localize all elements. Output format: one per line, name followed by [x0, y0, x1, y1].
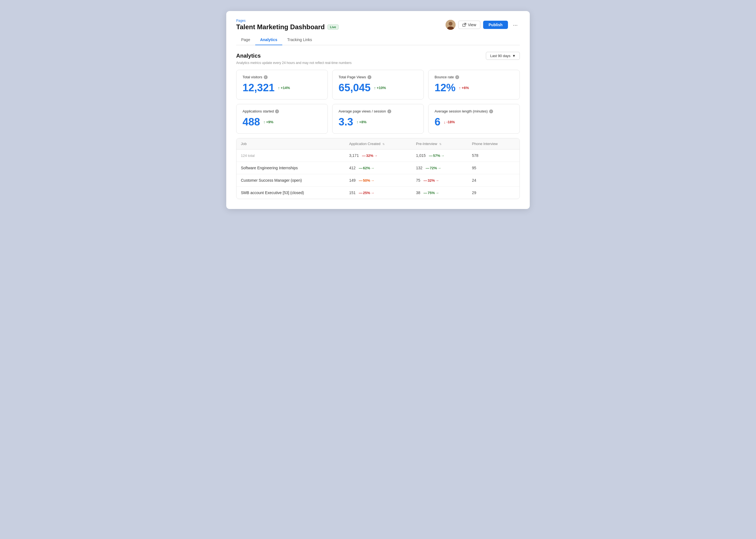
cell-pre-interview-3: 38 —75%→	[412, 187, 468, 199]
table-header-row: Job Application Created ⇅ Pre-Interview …	[236, 138, 520, 149]
col-header-phone-interview: Phone Interview	[468, 138, 520, 149]
avatar	[446, 20, 455, 30]
metric-label-total-page-views: Total Page Views	[338, 75, 366, 79]
metric-value-bounce-rate: 12%	[434, 82, 455, 94]
cell-app-created-2: 149 —50%→	[344, 174, 412, 187]
metric-label-total-visitors: Total visitors	[242, 75, 262, 79]
metric-card-total-visitors: Total visitors i 12,321 ↑ +14%	[236, 70, 328, 100]
metric-card-bounce-rate: Bounce rate i 12% ↑ +6%	[428, 70, 520, 100]
cell-phone-interview-0: 578	[468, 149, 520, 162]
pct-app-created-3: —25%→	[359, 191, 374, 195]
chevron-down-icon: ▼	[512, 54, 516, 58]
metrics-grid-row2: Applications started i 488 ↑ +9% Average…	[236, 104, 520, 134]
metric-change-avg-session-length: ↓ -18%	[444, 120, 455, 124]
info-icon-avg-session-length: i	[489, 110, 493, 113]
analytics-subtitle: Analytics metrics update every 24 hours …	[236, 61, 520, 65]
pct-app-created-2: —50%→	[359, 178, 374, 183]
table-row: Customer Success Manager (open) 149 —50%…	[236, 174, 520, 187]
metric-change-total-page-views: ↑ +10%	[374, 86, 386, 90]
sort-icon-pre-interview[interactable]: ⇅	[439, 142, 441, 146]
pct-pre-interview-3: —75%→	[424, 191, 439, 195]
metric-value-avg-page-views: 3.3	[338, 116, 353, 128]
metric-label-bounce-rate: Bounce rate	[434, 75, 454, 79]
col-header-app-created: Application Created ⇅	[344, 138, 412, 149]
col-header-job: Job	[236, 138, 344, 149]
arrow-up-icon: ↑	[278, 86, 280, 90]
title-row: Talent Marketing Dashboard Live	[236, 23, 338, 31]
sort-icon-app-created[interactable]: ⇅	[382, 142, 385, 146]
metric-value-avg-session-length: 6	[434, 116, 440, 128]
metric-card-avg-page-views: Average page views / session i 3.3 ↑ +8%	[332, 104, 424, 134]
cell-job-1: Software Engineering Internships	[236, 162, 344, 174]
tab-analytics[interactable]: Analytics	[255, 35, 282, 45]
cell-phone-interview-2: 24	[468, 174, 520, 187]
metric-card-avg-session-length: Average session length (minutes) i 6 ↓ -…	[428, 104, 520, 134]
header-left: Pages Talent Marketing Dashboard Live	[236, 19, 338, 31]
cell-app-created-0: 3,171 —32%→	[344, 149, 412, 162]
cell-app-created-3: 151 —25%→	[344, 187, 412, 199]
publish-button[interactable]: Publish	[483, 21, 508, 29]
table-row: Software Engineering Internships 412 —62…	[236, 162, 520, 174]
svg-point-1	[449, 22, 452, 26]
metric-change-bounce-rate: ↑ +6%	[459, 86, 469, 90]
metric-value-total-visitors: 12,321	[242, 82, 275, 94]
info-icon-avg-page-views: i	[387, 110, 391, 113]
arrow-up-icon: ↑	[459, 86, 461, 90]
view-button[interactable]: View	[458, 21, 480, 29]
metric-change-applications-started: ↑ +9%	[263, 120, 273, 124]
period-dropdown[interactable]: Last 90 days ▼	[486, 52, 520, 60]
more-button[interactable]: ···	[511, 21, 520, 29]
pct-app-created-0: —32%→	[362, 154, 377, 158]
metric-label-avg-session-length: Average session length (minutes)	[434, 109, 488, 113]
tab-tracking[interactable]: Tracking Links	[282, 35, 317, 45]
header-right: View Publish ···	[446, 20, 520, 30]
tabs: Page Analytics Tracking Links	[236, 35, 520, 45]
metric-value-applications-started: 488	[242, 116, 260, 128]
cell-pre-interview-2: 75 —32%→	[412, 174, 468, 187]
cell-app-created-1: 412 —62%→	[344, 162, 412, 174]
metric-value-total-page-views: 65,045	[338, 82, 371, 94]
arrow-down-icon: ↓	[444, 120, 446, 124]
cell-phone-interview-3: 29	[468, 187, 520, 199]
info-icon-applications-started: i	[275, 110, 279, 113]
analytics-section-title: Analytics	[236, 53, 261, 59]
cell-pre-interview-0: 1,015 —57%→	[412, 149, 468, 162]
analytics-header: Analytics Last 90 days ▼	[236, 52, 520, 60]
pct-app-created-1: —62%→	[359, 166, 374, 170]
external-link-icon	[462, 23, 466, 27]
table-row: 124 total 3,171 —32%→ 1,015 —57%→	[236, 149, 520, 162]
metrics-grid-row1: Total visitors i 12,321 ↑ +14% Total Pag…	[236, 70, 520, 100]
metric-card-applications-started: Applications started i 488 ↑ +9%	[236, 104, 328, 134]
cell-phone-interview-1: 95	[468, 162, 520, 174]
header: Pages Talent Marketing Dashboard Live	[236, 19, 520, 31]
pct-pre-interview-0: —57%→	[429, 154, 444, 158]
tab-page[interactable]: Page	[236, 35, 255, 45]
cell-job-0: 124 total	[236, 149, 344, 162]
arrow-up-icon: ↑	[263, 120, 265, 124]
metric-card-total-page-views: Total Page Views i 65,045 ↑ +10%	[332, 70, 424, 100]
arrow-up-icon: ↑	[356, 120, 358, 124]
cell-job-3: SMB account Executive [53] (closed)	[236, 187, 344, 199]
main-card: Pages Talent Marketing Dashboard Live	[226, 11, 530, 209]
arrow-up-icon: ↑	[374, 86, 376, 90]
cell-job-2: Customer Success Manager (open)	[236, 174, 344, 187]
cell-pre-interview-1: 132 —72%→	[412, 162, 468, 174]
metric-label-avg-page-views: Average page views / session	[338, 109, 386, 113]
metric-change-total-visitors: ↑ +14%	[278, 86, 290, 90]
metric-change-avg-page-views: ↑ +8%	[356, 120, 366, 124]
page-title: Talent Marketing Dashboard	[236, 23, 325, 31]
breadcrumb: Pages	[236, 19, 338, 23]
pct-pre-interview-2: —32%→	[424, 178, 439, 183]
analytics-table: Job Application Created ⇅ Pre-Interview …	[236, 138, 520, 199]
info-icon-bounce-rate: i	[455, 75, 459, 79]
pct-pre-interview-1: —72%→	[426, 166, 441, 170]
live-badge: Live	[328, 25, 338, 30]
col-header-pre-interview: Pre-Interview ⇅	[412, 138, 468, 149]
info-icon-total-page-views: i	[367, 75, 371, 79]
info-icon-total-visitors: i	[264, 75, 268, 79]
table-row: SMB account Executive [53] (closed) 151 …	[236, 187, 520, 199]
metric-label-applications-started: Applications started	[242, 109, 274, 113]
